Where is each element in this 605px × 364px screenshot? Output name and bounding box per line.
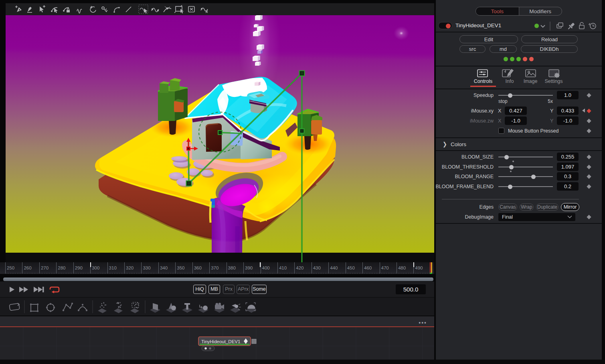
svg-text:TinyHideout_DEV1: TinyHideout_DEV1 <box>201 339 240 344</box>
